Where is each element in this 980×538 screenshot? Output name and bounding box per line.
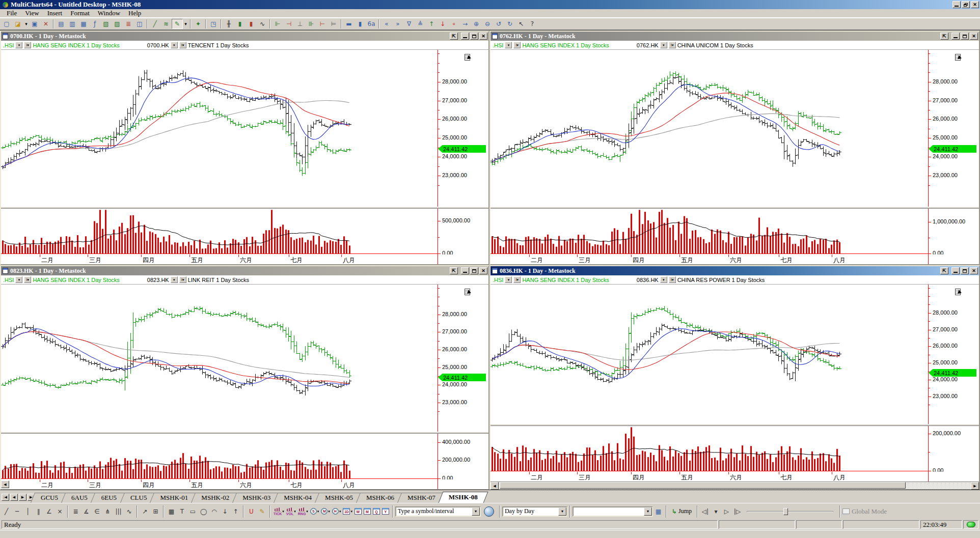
jump-button[interactable]: ↳Jump xyxy=(669,507,695,515)
open-workspace-icon[interactable]: ◪ xyxy=(12,19,23,29)
scroll-down-icon[interactable]: ↓ xyxy=(437,19,448,29)
candle-down-style-icon[interactable]: ▮ xyxy=(246,19,257,29)
symbol-dropdown-icon[interactable]: ▾ xyxy=(660,276,667,283)
interval-month-button[interactable]: M xyxy=(363,506,372,517)
save-workspace-icon[interactable]: ▣ xyxy=(29,19,40,29)
interval-quarter-button[interactable]: Q xyxy=(372,506,381,517)
dropdown-caret-icon[interactable]: ▾ xyxy=(328,509,330,514)
menu-view[interactable]: View xyxy=(21,9,42,18)
interval-day-button[interactable]: 1D▾ xyxy=(342,506,353,517)
workspace-tab-mshk-07[interactable]: MSHK-07 xyxy=(399,493,444,503)
close-button[interactable]: ✕ xyxy=(479,267,487,274)
workspace-tab-mshk-06[interactable]: MSHK-06 xyxy=(358,493,402,503)
popout-button[interactable]: ⇱ xyxy=(940,267,948,274)
symbol-dropdown-icon[interactable]: ▾ xyxy=(505,276,512,283)
bar-style-icon[interactable]: ╫ xyxy=(223,19,234,29)
arrow-up-tool-icon[interactable]: ↑ xyxy=(230,506,241,517)
index-symbol[interactable]: .HSI xyxy=(493,277,503,283)
arrow-down-tool-icon[interactable]: ↓ xyxy=(220,506,230,517)
price-pane[interactable]: 28,000.0027,000.0026,000.0025,000.0024,0… xyxy=(1,50,488,207)
price-pane[interactable]: 28,000.0027,000.0026,000.0025,000.0024,0… xyxy=(491,50,979,207)
playback-speed-slider[interactable] xyxy=(747,507,833,516)
chart-window-0823[interactable]: 0823.HK - 1 Day - Metastock ⇱ ✕ .HSI ▾ I… xyxy=(0,265,489,490)
volume-chart-canvas[interactable] xyxy=(1,209,438,254)
open-caret-icon[interactable]: ▾ xyxy=(23,19,29,29)
insert-instrument-icon[interactable]: ▧ xyxy=(100,19,112,29)
maximize-button[interactable] xyxy=(961,33,969,40)
date-axis[interactable]: 二月三月四月五月六月七月八月 xyxy=(491,472,979,482)
point-marker-icon[interactable]: ∘ xyxy=(448,19,459,29)
symbol-dropdown-icon[interactable]: ▾ xyxy=(15,42,22,48)
minimize-button[interactable] xyxy=(461,33,469,40)
playback-mode-combo[interactable]: Day by Day▼ xyxy=(502,506,567,517)
grid-tool-icon[interactable]: ⊞ xyxy=(150,506,161,517)
interval-dropdown-icon[interactable]: I▾ xyxy=(179,276,186,283)
stock-symbol[interactable]: 0823.HK xyxy=(147,277,169,283)
unlink-icon[interactable]: ⊥ xyxy=(294,19,306,29)
drawing-caret-icon[interactable]: ▾ xyxy=(183,19,188,29)
interval-dropdown-icon[interactable]: I▾ xyxy=(24,42,31,48)
workspace-tab-mshk-01[interactable]: MSHK-01 xyxy=(152,493,196,503)
dropdown-caret-icon[interactable]: ▾ xyxy=(282,509,284,514)
format-study-icon[interactable]: ▥ xyxy=(67,19,78,29)
format-signal-icon[interactable]: ƒ xyxy=(89,19,100,29)
price-axis[interactable]: 28,000.0027,000.0026,000.0025,000.0024,0… xyxy=(438,285,488,432)
insert-study-icon[interactable]: ▨ xyxy=(112,19,123,29)
price-pane[interactable]: 28,000.0027,000.0026,000.0025,000.0024,0… xyxy=(1,285,488,432)
cross-line-tool-icon[interactable]: × xyxy=(55,506,65,517)
interval-volume-button[interactable]: VOL▾ xyxy=(285,506,297,517)
format-instrument-icon[interactable]: ▤ xyxy=(56,19,67,29)
zoom-out-icon[interactable]: ⊖ xyxy=(482,19,493,29)
price-axis[interactable]: 28,000.0027,000.0026,000.0025,000.0024,0… xyxy=(928,285,979,424)
scroll-left-icon[interactable]: ◀ xyxy=(1,480,9,488)
magnet-tool-icon[interactable]: U xyxy=(246,506,257,517)
candle-up-style-icon[interactable]: ▮ xyxy=(234,19,246,29)
link-group-1-icon[interactable]: ⊪ xyxy=(306,19,317,29)
collapse-panel-icon[interactable]: ≜ xyxy=(415,19,426,29)
fib-retracement-tool-icon[interactable]: ≣ xyxy=(70,506,81,517)
volume-axis[interactable]: 400,000.00200,000.000.00 xyxy=(438,434,488,479)
interval-dropdown-icon[interactable]: I▾ xyxy=(669,276,676,283)
minimize-button[interactable] xyxy=(461,267,469,274)
insert-trendline-icon[interactable]: ╱ xyxy=(149,19,160,29)
interval-link-icon[interactable]: ⊣ xyxy=(283,19,294,29)
volume-axis[interactable]: 200,000.000.00 xyxy=(928,426,979,472)
parallel-channel-tool-icon[interactable]: ∥ xyxy=(33,506,44,517)
index-symbol[interactable]: .HSI xyxy=(3,277,14,283)
show-chart-window-icon[interactable]: ◳ xyxy=(208,19,219,29)
workspace-tab-mshk-03[interactable]: MSHK-03 xyxy=(234,493,279,503)
dropdown-caret-icon[interactable]: ▾ xyxy=(317,509,319,514)
interval-dropdown-icon[interactable]: I▾ xyxy=(24,276,31,283)
chart-window-titlebar[interactable]: 0762.HK - 1 Day - Metastock ⇱ ✕ xyxy=(491,32,979,41)
redo-icon[interactable]: ↻ xyxy=(504,19,515,29)
volume-pane[interactable]: 500,000.000.00 xyxy=(1,209,488,254)
price-chart-canvas[interactable] xyxy=(491,50,928,207)
scrollbar-track[interactable] xyxy=(499,482,971,489)
scroll-left-icon[interactable]: ◀ xyxy=(491,482,499,490)
playback-play-icon[interactable]: ▷ xyxy=(721,506,732,517)
index-symbol[interactable]: .HSI xyxy=(3,42,14,48)
slider-thumb[interactable] xyxy=(783,508,788,515)
stock-symbol[interactable]: 0836.HK xyxy=(637,277,659,283)
chart-window-titlebar[interactable]: 0823.HK - 1 Day - Metastock ⇱ ✕ xyxy=(1,266,488,275)
chart-window-0836[interactable]: 0836.HK - 1 Day - Metastock ⇱ ✕ .HSI ▾ I… xyxy=(489,265,980,490)
symbol-interval-combo[interactable]: Type a symbol/interval▼ xyxy=(395,506,481,517)
pointer-icon[interactable]: ↖ xyxy=(515,19,527,29)
rectangle-tool-icon[interactable]: ▭ xyxy=(187,506,198,517)
help-cursor-icon[interactable]: ? xyxy=(527,19,538,29)
dropdown-caret-icon[interactable]: ▾ xyxy=(294,509,296,514)
volume-pane[interactable]: 1,000,000.000.00 xyxy=(491,209,979,254)
interval-tick-button[interactable]: TICK▾ xyxy=(273,506,285,517)
interval-hours-button[interactable]: H▾ xyxy=(331,506,342,517)
scroll-up-icon[interactable]: ↑ xyxy=(426,19,437,29)
symbol-dropdown-icon[interactable]: ▾ xyxy=(505,42,512,48)
fib-table-tool-icon[interactable]: ▦ xyxy=(166,506,177,517)
drawing-mode-icon[interactable]: ✎ xyxy=(172,19,183,29)
volume-chart-canvas[interactable] xyxy=(491,209,928,254)
playback-range-combo[interactable]: ▼ xyxy=(573,506,653,517)
global-mode-toggle[interactable]: Global Mode xyxy=(842,507,887,516)
insert-fibonacci-icon[interactable]: ≋ xyxy=(160,19,172,29)
brush-tool-icon[interactable]: ✎ xyxy=(257,506,267,517)
playback-caret-icon[interactable]: ▾ xyxy=(711,506,721,517)
minimize-button[interactable] xyxy=(951,33,960,40)
